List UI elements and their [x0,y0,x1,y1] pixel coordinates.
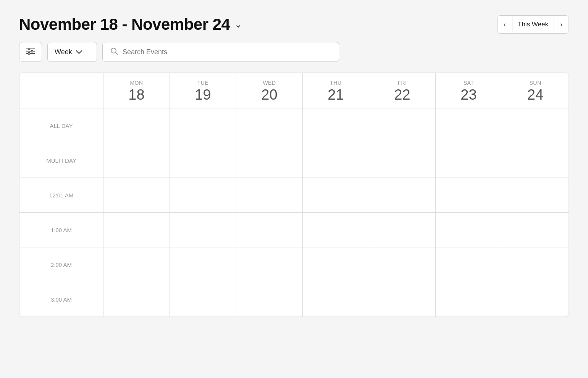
all-day-fri[interactable] [369,108,436,143]
time-1201am-wed[interactable] [236,178,303,212]
day-name-fri: FRI [397,80,407,86]
date-range-title: November 18 - November 24 [19,15,230,34]
search-icon [110,47,118,57]
time-1201am-label: 12:01 AM [19,178,103,212]
multi-day-row: MULTI-DAY [19,143,569,178]
week-nav: ‹ This Week › [497,15,569,34]
time-200am-label: 2:00 AM [19,247,103,282]
all-day-wed[interactable] [236,108,303,143]
time-1201am-thu[interactable] [303,178,369,212]
calendar-grid: MON 18 TUE 19 WED 20 THU 21 FRI 22 SAT 2… [19,73,569,317]
all-day-mon[interactable] [103,108,170,143]
all-day-thu[interactable] [303,108,369,143]
header-day-sun: SUN 24 [502,73,569,108]
day-name-tue: TUE [197,80,209,86]
all-day-sun[interactable] [502,108,569,143]
all-day-label: ALL DAY [19,108,103,143]
date-title-group: November 18 - November 24 ⌄ [19,15,242,34]
time-300am-sat[interactable] [436,282,502,317]
day-name-wed: WED [263,80,276,86]
time-1201am-mon[interactable] [103,178,170,212]
time-300am-wed[interactable] [236,282,303,317]
header-day-sat: SAT 23 [436,73,502,108]
time-200am-thu[interactable] [303,247,369,282]
time-100am-thu[interactable] [303,213,369,247]
svg-line-7 [116,52,118,55]
time-300am-label: 3:00 AM [19,282,103,317]
time-300am-mon[interactable] [103,282,170,317]
time-1201am-row: 12:01 AM [19,178,569,213]
time-100am-wed[interactable] [236,213,303,247]
toolbar-row: Week [19,42,569,62]
header-day-mon: MON 18 [103,73,170,108]
time-200am-tue[interactable] [170,247,236,282]
time-200am-mon[interactable] [103,247,170,282]
day-number-thu: 21 [328,87,344,102]
view-select-chevron-icon [76,48,82,56]
multi-day-wed[interactable] [236,143,303,178]
day-name-mon: MON [130,80,143,86]
multi-day-sun[interactable] [502,143,569,178]
day-number-sat: 23 [460,87,477,102]
day-number-mon: 18 [128,87,144,102]
multi-day-label: MULTI-DAY [19,143,103,178]
time-200am-fri[interactable] [369,247,436,282]
day-name-sat: SAT [464,80,474,86]
search-bar [102,42,339,62]
view-select-button[interactable]: Week [47,42,97,62]
time-1201am-sat[interactable] [436,178,502,212]
all-day-sat[interactable] [436,108,502,143]
svg-point-5 [28,52,30,54]
time-100am-sat[interactable] [436,213,502,247]
time-200am-row: 2:00 AM [19,247,569,282]
svg-point-3 [31,50,33,52]
calendar-header: MON 18 TUE 19 WED 20 THU 21 FRI 22 SAT 2… [19,73,569,108]
day-number-wed: 20 [261,87,277,102]
time-300am-thu[interactable] [303,282,369,317]
multi-day-fri[interactable] [369,143,436,178]
svg-point-1 [28,48,30,50]
time-300am-row: 3:00 AM [19,282,569,317]
all-day-row: ALL DAY [19,108,569,143]
header-day-wed: WED 20 [236,73,303,108]
multi-day-mon[interactable] [103,143,170,178]
time-200am-sat[interactable] [436,247,502,282]
time-300am-fri[interactable] [369,282,436,317]
all-day-tue[interactable] [170,108,236,143]
filter-button[interactable] [19,42,42,62]
header-empty-cell [19,73,103,108]
multi-day-tue[interactable] [170,143,236,178]
day-name-sun: SUN [529,80,541,86]
time-1201am-fri[interactable] [369,178,436,212]
view-select-label: Week [55,48,72,56]
filter-icon [26,48,35,57]
header-row: November 18 - November 24 ⌄ ‹ This Week … [19,15,569,34]
time-100am-row: 1:00 AM [19,213,569,247]
time-300am-sun[interactable] [502,282,569,317]
search-input[interactable] [123,48,331,56]
time-1201am-tue[interactable] [170,178,236,212]
day-name-thu: THU [330,80,341,86]
time-100am-tue[interactable] [170,213,236,247]
time-200am-wed[interactable] [236,247,303,282]
this-week-label: This Week [512,16,554,33]
multi-day-sat[interactable] [436,143,502,178]
time-100am-fri[interactable] [369,213,436,247]
header-day-tue: TUE 19 [170,73,236,108]
time-100am-mon[interactable] [103,213,170,247]
page-container: November 18 - November 24 ⌄ ‹ This Week … [19,15,569,317]
date-dropdown-icon[interactable]: ⌄ [234,19,242,30]
time-200am-sun[interactable] [502,247,569,282]
next-week-button[interactable]: › [554,16,569,33]
time-100am-sun[interactable] [502,213,569,247]
day-number-fri: 22 [394,87,410,102]
multi-day-thu[interactable] [303,143,369,178]
header-day-thu: THU 21 [303,73,369,108]
prev-week-button[interactable]: ‹ [498,16,512,33]
header-day-fri: FRI 22 [369,73,436,108]
time-300am-tue[interactable] [170,282,236,317]
time-100am-label: 1:00 AM [19,213,103,247]
day-number-sun: 24 [527,87,543,102]
time-1201am-sun[interactable] [502,178,569,212]
day-number-tue: 19 [195,87,211,102]
